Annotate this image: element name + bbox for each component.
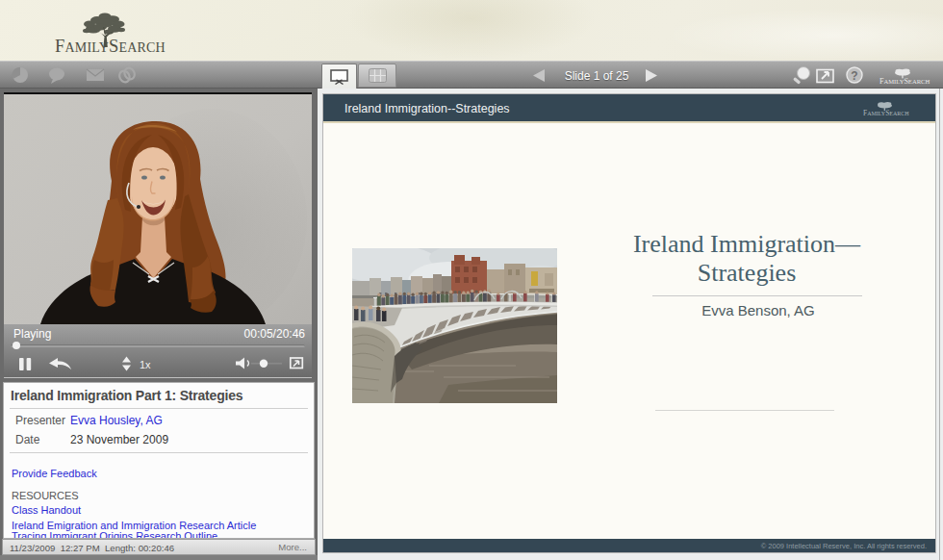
svg-text:?: ? [851, 69, 857, 83]
svg-text:FAMILYSEARCH: FAMILYSEARCH [863, 109, 909, 117]
svg-text:1x: 1x [140, 359, 151, 370]
svg-text:FAMILYSEARCH: FAMILYSEARCH [55, 37, 166, 56]
svg-text:FAMILYSEARCH: FAMILYSEARCH [879, 77, 930, 86]
